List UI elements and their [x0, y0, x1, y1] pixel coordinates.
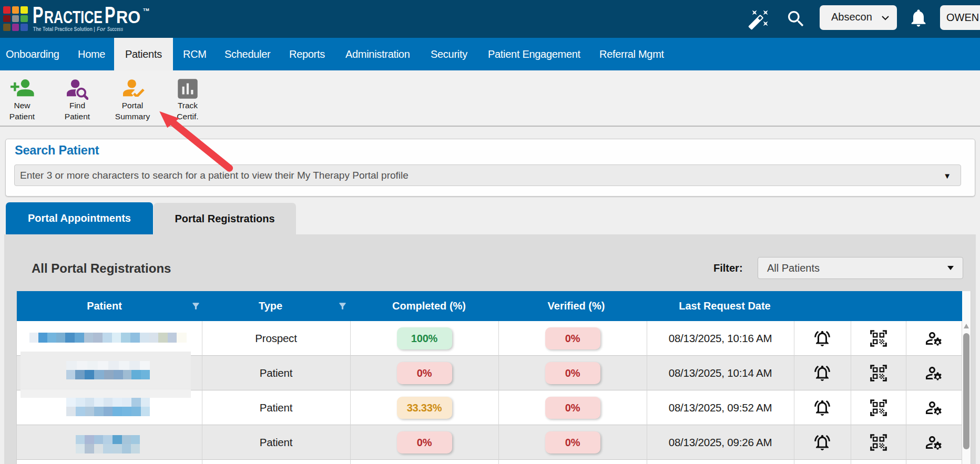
svg-text:The Total Practice Solution |: The Total Practice Solution | — [33, 26, 95, 32]
svg-text:Success: Success — [107, 26, 123, 32]
svg-text:P: P — [105, 4, 115, 28]
svg-text:For: For — [97, 26, 106, 32]
svg-text:RO: RO — [116, 7, 140, 27]
svg-text:RACTICE: RACTICE — [44, 7, 103, 27]
svg-text:P: P — [33, 4, 43, 28]
svg-text:TM: TM — [143, 7, 149, 12]
